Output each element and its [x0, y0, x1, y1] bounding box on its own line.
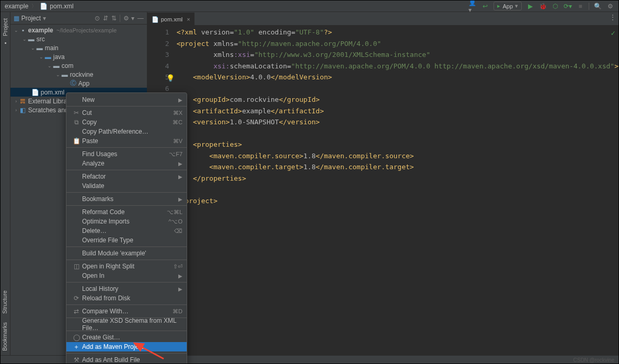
collapse-all-icon[interactable]: ⇅ — [111, 15, 117, 22]
user-icon[interactable]: 👤▾ — [468, 2, 477, 10]
menu-refactor[interactable]: Refactor▶ — [66, 172, 187, 181]
menu-override[interactable]: Override File Type — [66, 236, 187, 245]
paste-icon: 📋 — [72, 137, 81, 145]
profile-icon[interactable]: ⟳▾ — [564, 2, 572, 10]
tree-src[interactable]: ⌄▬src — [10, 34, 147, 43]
menu-add-maven[interactable]: ＋Add as Maven Project — [66, 342, 187, 351]
copy-icon: ⧉ — [72, 119, 81, 126]
menu-compare[interactable]: ⇄Compare With…⌘D — [66, 307, 187, 316]
code-content[interactable]: <?xml version="1.0" encoding="UTF-8"?> <… — [174, 26, 618, 355]
package-icon: ▬ — [61, 71, 69, 78]
tree-main[interactable]: ⌄▬main — [10, 43, 147, 52]
class-icon: Ⓒ — [69, 79, 77, 88]
tree-rockvine[interactable]: ⌄▬rockvine — [10, 70, 147, 79]
intention-bulb-icon[interactable]: 💡 — [166, 73, 175, 84]
back-icon[interactable]: ↩ — [481, 2, 489, 10]
menu-paste[interactable]: 📋Paste⌘V — [66, 136, 187, 146]
select-opened-icon[interactable]: ⊙ — [95, 15, 100, 22]
scratch-icon: ◧ — [19, 107, 27, 114]
folder-icon: ▬ — [27, 36, 36, 43]
breadcrumb-file[interactable]: pom.xml — [50, 3, 73, 10]
menu-copy-path[interactable]: Copy Path/Reference… — [66, 127, 187, 136]
menu-open-in[interactable]: Open In▶ — [66, 271, 187, 280]
menu-delete[interactable]: Delete…⌫ — [66, 226, 187, 236]
cut-icon: ✂ — [72, 109, 81, 116]
close-icon[interactable]: × — [187, 16, 190, 22]
menu-analyze[interactable]: Analyze▶ — [66, 159, 187, 168]
menu-validate[interactable]: Validate — [66, 181, 187, 191]
editor-tab-label: pom.xml — [161, 16, 183, 22]
panel-gear-icon[interactable]: ⚙ ▾ — [123, 15, 134, 22]
folder-icon: ▬ — [36, 44, 44, 52]
editor-area: 📄 pom.xml × ⋮ ✓ 💡 123456 <?xml version="… — [147, 12, 618, 355]
add-icon: ＋ — [72, 343, 81, 351]
tree-app[interactable]: ⒸApp — [10, 79, 147, 88]
editor-tab-pom[interactable]: 📄 pom.xml × — [147, 13, 194, 25]
tree-java[interactable]: ⌄▬java — [10, 52, 147, 61]
compare-icon: ⇄ — [72, 308, 81, 315]
search-icon[interactable]: 🔍 — [593, 2, 602, 10]
panel-hide-icon[interactable]: — — [137, 15, 144, 22]
breadcrumb-root[interactable]: example — [5, 3, 28, 10]
tree-com[interactable]: ⌄▬com — [10, 61, 147, 70]
xml-file-icon: 📄 — [31, 89, 40, 96]
breadcrumb-separator: 〉 — [31, 3, 37, 10]
module-icon: ▪ — [19, 27, 27, 34]
menu-open-split[interactable]: ◫Open in Right Split⇧⏎ — [66, 262, 187, 271]
menu-history[interactable]: Local History▶ — [66, 284, 187, 293]
stripe-structure-tab[interactable]: Structure — [1, 286, 11, 318]
menu-add-ant[interactable]: ⚒Add as Ant Build File — [66, 355, 187, 364]
menu-find-usages[interactable]: Find Usages⌥F7 — [66, 149, 187, 159]
project-icon: ▦ — [14, 15, 19, 22]
gear-icon[interactable]: ⚙ — [606, 2, 614, 10]
menu-copy[interactable]: ⧉Copy⌘C — [66, 118, 187, 127]
run-config-select[interactable]: ▸App▾ — [494, 2, 522, 10]
debug-icon[interactable]: 🐞 — [538, 2, 547, 10]
ant-icon: ⚒ — [72, 356, 81, 363]
inspection-ok-icon[interactable]: ✓ — [611, 28, 615, 39]
github-icon: ◯ — [72, 334, 81, 341]
menu-reload[interactable]: ⟳Reload from Disk — [66, 293, 187, 303]
editor-more-icon[interactable]: ⋮ — [609, 13, 616, 21]
menu-build[interactable]: Build Module 'example' — [66, 249, 187, 258]
menu-reformat[interactable]: Reformat Code⌥⌘L — [66, 207, 187, 217]
coverage-icon[interactable]: ⬡ — [551, 2, 559, 10]
menu-optimize[interactable]: Optimize Imports^⌥O — [66, 217, 187, 226]
xml-file-icon: 📄 — [152, 16, 159, 23]
breadcrumb: example 〉 📄 pom.xml 👤▾ ↩ ▸App▾ ▶ 🐞 ⬡ ⟳▾ … — [1, 1, 618, 12]
stop-icon[interactable]: ■ — [576, 2, 584, 10]
library-icon: 𝌇 — [19, 98, 27, 105]
tree-root[interactable]: ⌄▪example~/IdeaProjects/example — [10, 26, 147, 34]
split-icon: ◫ — [72, 263, 81, 270]
stripe-bookmarks-tab[interactable]: Bookmarks — [1, 318, 11, 355]
editor-body[interactable]: ✓ 💡 123456 <?xml version="1.0" encoding=… — [147, 26, 618, 355]
menu-cut[interactable]: ✂Cut⌘X — [66, 108, 187, 118]
menu-xsd[interactable]: Generate XSD Schema from XML File… — [66, 320, 187, 329]
menu-new[interactable]: New▶ — [66, 95, 187, 104]
stripe-project-tab[interactable]: ▪ Project — [1, 14, 9, 50]
expand-all-icon[interactable]: ⇵ — [103, 15, 108, 22]
source-folder-icon: ▬ — [44, 53, 52, 61]
package-icon: ▬ — [52, 62, 61, 69]
menu-bookmarks[interactable]: Bookmarks▶ — [66, 194, 187, 204]
editor-tabs: 📄 pom.xml × ⋮ — [147, 12, 618, 26]
project-panel-title[interactable]: ▦ Project ▾ — [14, 15, 46, 22]
context-menu: New▶ ✂Cut⌘X ⧉Copy⌘C Copy Path/Reference…… — [66, 92, 187, 364]
xml-icon: 📄 — [40, 3, 48, 10]
run-icon[interactable]: ▶ — [526, 2, 534, 10]
menu-gist[interactable]: ◯Create Gist… — [66, 333, 187, 342]
reload-icon: ⟳ — [72, 295, 81, 302]
watermark: CSDN @rockvine — [573, 357, 614, 363]
